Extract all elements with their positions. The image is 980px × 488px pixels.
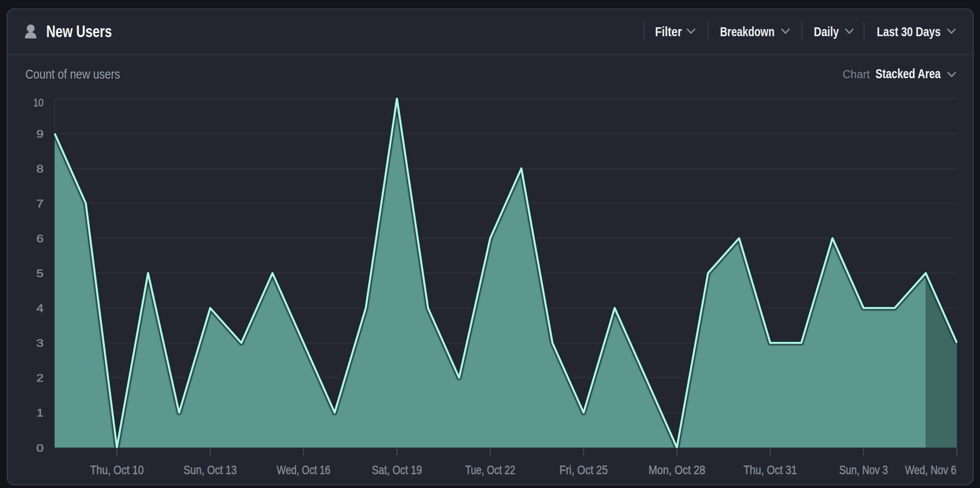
svg-text:New Users: New Users [46,22,112,41]
svg-text:Stacked Area: Stacked Area [875,67,941,81]
svg-text:6: 6 [37,232,44,244]
svg-text:Thu, Oct 31: Thu, Oct 31 [743,463,797,477]
svg-text:7: 7 [37,198,44,210]
svg-text:Chart: Chart [843,67,870,81]
svg-text:Sat, Oct 19: Sat, Oct 19 [372,463,422,477]
svg-text:Wed, Nov 6: Wed, Nov 6 [905,463,956,477]
svg-text:Sun, Nov 3: Sun, Nov 3 [839,463,888,477]
svg-text:Last 30 Days: Last 30 Days [877,24,941,39]
svg-text:Sun, Oct 13: Sun, Oct 13 [184,463,237,477]
svg-text:4: 4 [37,302,44,314]
svg-text:Mon, Oct 28: Mon, Oct 28 [649,463,705,477]
svg-text:5: 5 [37,267,44,279]
svg-text:8: 8 [37,163,44,175]
svg-text:Breakdown: Breakdown [720,24,775,39]
svg-text:Daily: Daily [814,24,839,39]
svg-text:Fri, Oct 25: Fri, Oct 25 [560,463,608,477]
svg-text:3: 3 [37,337,44,349]
svg-text:Tue, Oct 22: Tue, Oct 22 [465,463,515,477]
svg-text:Count of new users: Count of new users [25,67,120,81]
svg-text:0: 0 [37,442,44,454]
svg-text:2: 2 [37,372,44,384]
svg-text:Filter: Filter [655,24,682,39]
svg-text:1: 1 [37,407,44,419]
svg-text:10: 10 [34,97,44,109]
svg-text:9: 9 [37,128,44,140]
svg-text:Thu, Oct 10: Thu, Oct 10 [90,463,144,477]
svg-text:Wed, Oct 16: Wed, Oct 16 [277,463,331,477]
